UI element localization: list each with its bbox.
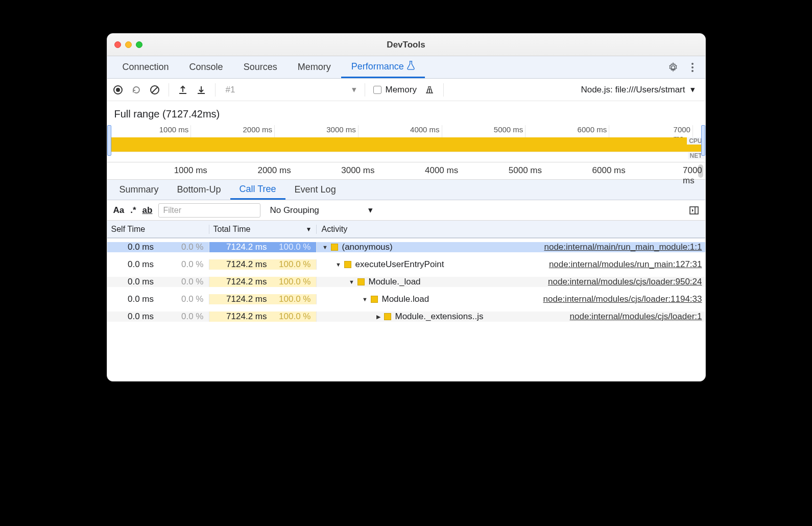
function-name: Module._load: [369, 277, 421, 287]
clear-icon[interactable]: [149, 84, 160, 95]
source-link[interactable]: node:internal/modules/cjs/loader:950:24: [542, 277, 702, 287]
overview-left-handle[interactable]: [107, 125, 111, 156]
source-link[interactable]: node:internal/modules/cjs/loader:1194:33: [537, 294, 702, 304]
details-tabs: Summary Bottom-Up Call Tree Event Log: [107, 180, 705, 200]
overview-right-handle[interactable]: [701, 125, 705, 156]
filter-input[interactable]: [158, 203, 260, 218]
total-time-percent: 100.0 %: [268, 312, 316, 322]
scripting-swatch-icon: [371, 296, 378, 303]
ruler-tick: 5000 ms: [494, 125, 526, 134]
tab-memory[interactable]: Memory: [288, 56, 341, 78]
subtab-call-tree[interactable]: Call Tree: [230, 180, 285, 200]
svg-point-1: [116, 88, 120, 92]
subtab-summary[interactable]: Summary: [110, 180, 168, 200]
ruler-tick: 4000 ms: [425, 165, 458, 176]
total-time-percent: 100.0 %: [268, 242, 316, 252]
self-time-value: 0.0 ms: [107, 312, 158, 322]
self-time-value: 0.0 ms: [107, 294, 158, 304]
tab-label: Connection: [123, 62, 169, 73]
self-time-percent: 0.0 %: [158, 242, 209, 252]
subtab-bottom-up[interactable]: Bottom-Up: [168, 180, 230, 200]
column-self-time[interactable]: Self Time: [107, 225, 209, 234]
tree-expand-toggle[interactable]: ▼: [335, 261, 342, 268]
tab-label: Memory: [298, 62, 331, 73]
tab-sources[interactable]: Sources: [233, 56, 288, 78]
ruler-tick: 5000 ms: [509, 165, 542, 176]
call-tree-row[interactable]: 0.0 ms0.0 %7124.2 ms100.0 %▶Module._exte…: [107, 308, 705, 325]
ruler-tick: 3000 ms: [326, 125, 358, 134]
title-bar: DevTools: [107, 34, 705, 56]
js-context-selector[interactable]: Node.js: file:///Users/stmart ▾: [581, 84, 700, 95]
source-link[interactable]: node:internal/modules/run_main:127:31: [543, 259, 702, 270]
more-menu-icon[interactable]: [687, 62, 698, 73]
total-time-percent: 100.0 %: [268, 259, 316, 270]
recording-name: #1: [224, 85, 352, 95]
chevron-down-icon: ▾: [690, 84, 695, 95]
function-name: Module.load: [382, 294, 429, 304]
settings-icon[interactable]: [667, 62, 679, 73]
ruler-tick: 6000 ms: [578, 125, 609, 134]
call-tree-row[interactable]: 0.0 ms0.0 %7124.2 ms100.0 %▼Module._load…: [107, 273, 705, 291]
subtab-label: Call Tree: [240, 184, 276, 195]
devtools-window: DevTools Connection Console Sources Memo…: [107, 33, 706, 381]
column-activity[interactable]: Activity: [317, 225, 705, 234]
chevron-down-icon: ▾: [368, 205, 373, 216]
collect-garbage-icon[interactable]: [424, 84, 435, 95]
self-time-value: 0.0 ms: [107, 259, 158, 270]
svg-rect-4: [690, 207, 698, 214]
call-tree-header: Self Time Total Time ▼ Activity: [107, 221, 705, 238]
overview-ruler[interactable]: 1000 ms2000 ms3000 ms4000 ms5000 ms6000 …: [107, 125, 705, 136]
svg-line-3: [152, 87, 158, 93]
experiment-flask-icon: [407, 61, 415, 73]
net-overview-band[interactable]: NET: [107, 152, 705, 162]
zoom-window-button[interactable]: [136, 41, 142, 48]
tree-expand-toggle[interactable]: ▶: [375, 314, 382, 320]
flamechart-ruler[interactable]: 1000 ms2000 ms3000 ms4000 ms5000 ms6000 …: [107, 162, 705, 180]
cpu-overview-band[interactable]: CPU: [107, 137, 705, 152]
memory-checkbox[interactable]: Memory: [373, 85, 417, 95]
ruler-tick: 4000 ms: [410, 125, 442, 134]
grouping-selector[interactable]: No Grouping ▾: [270, 205, 372, 216]
checkbox-box: [373, 86, 381, 94]
tab-label: Console: [189, 62, 223, 73]
recording-selector[interactable]: #1 ▾: [224, 84, 356, 95]
scripting-swatch-icon: [344, 261, 351, 268]
subtab-label: Event Log: [295, 184, 336, 195]
total-time-percent: 100.0 %: [268, 294, 316, 304]
tab-connection[interactable]: Connection: [112, 56, 179, 78]
call-tree-row[interactable]: 0.0 ms0.0 %7124.2 ms100.0 %▼executeUserE…: [107, 256, 705, 273]
tree-expand-toggle[interactable]: ▼: [322, 244, 329, 250]
ruler-tick: 3000 ms: [341, 165, 374, 176]
match-case-toggle[interactable]: Aa: [113, 205, 125, 216]
column-total-time[interactable]: Total Time ▼: [209, 225, 317, 234]
subtab-event-log[interactable]: Event Log: [285, 180, 345, 200]
self-time-percent: 0.0 %: [158, 312, 209, 322]
call-tree-row[interactable]: 0.0 ms0.0 %7124.2 ms100.0 %▼(anonymous)n…: [107, 238, 705, 256]
tab-performance[interactable]: Performance: [341, 56, 425, 78]
load-profile-icon[interactable]: [177, 84, 188, 95]
tab-label: Performance: [351, 61, 404, 72]
tree-expand-toggle[interactable]: ▼: [348, 279, 355, 285]
save-profile-icon[interactable]: [196, 84, 207, 95]
self-time-percent: 0.0 %: [158, 259, 209, 270]
sort-descending-icon: ▼: [306, 226, 316, 233]
match-whole-word-toggle[interactable]: ab: [142, 205, 153, 216]
total-time-percent: 100.0 %: [268, 277, 316, 287]
function-name: Module._extensions..js: [395, 312, 484, 322]
close-window-button[interactable]: [114, 41, 121, 48]
minimize-window-button[interactable]: [125, 41, 132, 48]
source-link[interactable]: node:internal/main/run_main_module:1:1: [538, 242, 702, 252]
toggle-details-sidebar-icon[interactable]: [689, 205, 699, 216]
self-time-percent: 0.0 %: [158, 277, 209, 287]
tab-console[interactable]: Console: [179, 56, 233, 78]
call-tree-row[interactable]: 0.0 ms0.0 %7124.2 ms100.0 %▼Module.loadn…: [107, 291, 705, 308]
self-time-value: 0.0 ms: [107, 277, 158, 287]
ruler-tick: 1000 ms: [159, 125, 191, 134]
record-icon[interactable]: [112, 84, 124, 95]
scripting-swatch-icon: [357, 278, 365, 285]
tree-expand-toggle[interactable]: ▼: [362, 296, 369, 302]
timeline-overview: Full range (7127.42ms) 1000 ms2000 ms300…: [107, 101, 705, 162]
source-link[interactable]: node:internal/modules/cjs/loader:1: [564, 312, 702, 322]
regex-toggle[interactable]: .*: [130, 205, 136, 216]
reload-icon[interactable]: [131, 84, 142, 95]
